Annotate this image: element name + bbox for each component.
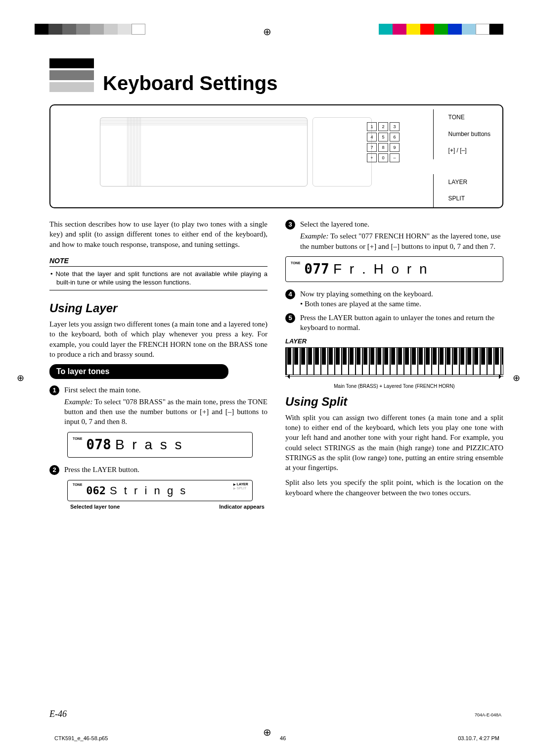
callout-tone: TONE	[433, 109, 490, 126]
footer-filename: CTK591_e_46-58.p65	[54, 735, 108, 741]
step-4: 4 Now try playing something on the keybo…	[285, 289, 503, 309]
figure-caption: Main Tone (BRASS) + Layered Tone (FRENCH…	[285, 383, 503, 390]
step1-text: First select the main tone.	[64, 386, 141, 394]
step4-text: Now try playing something on the keyboar…	[300, 290, 433, 298]
step3-text: Select the layered tone.	[300, 220, 369, 228]
step-number-icon: 2	[49, 465, 59, 475]
chapter-header: Keyboard Settings	[49, 52, 503, 94]
heading-using-layer: Using Layer	[49, 300, 267, 316]
step-number-icon: 3	[285, 220, 295, 230]
lcd-indicators: LAYER SPLIT	[233, 482, 248, 491]
lcd-tone-label: TONE	[291, 261, 300, 265]
lcd-display-strings: TONE 062 S t r i n g s LAYER SPLIT	[67, 480, 253, 502]
footer-timestamp: 03.10.7, 4:27 PM	[458, 735, 499, 741]
footer-meta: CTK591_e_46-58.p65 46 03.10.7, 4:27 PM	[54, 735, 499, 741]
step2-text: Press the LAYER button.	[64, 465, 267, 474]
step-3: 3 Select the layered tone. Example: To s…	[285, 219, 503, 251]
lcd-name: F r . H o r n	[333, 260, 429, 279]
figure-label-layer: LAYER	[285, 337, 503, 346]
lcd-number: 077	[304, 260, 329, 279]
callout-layer: LAYER	[433, 174, 490, 191]
registration-mark-right-icon: ⊕	[513, 373, 520, 383]
step-number-icon: 5	[285, 313, 295, 323]
keyboard-panel-diagram: 123456 789+0– TONE Number buttons [+] / …	[49, 104, 503, 208]
using-layer-body: Layer lets you assign two different tone…	[49, 319, 267, 359]
document-id: 704A-E-048A	[475, 712, 501, 717]
lcd-name: B r a s s	[115, 435, 184, 454]
diagram-keypad: 123456 789+0–	[367, 122, 400, 162]
caption-selected-layer: Selected layer tone	[70, 503, 120, 511]
using-split-body2: Split also lets you specify the split po…	[285, 477, 503, 498]
note-box: NOTE Note that the layer and split funct…	[49, 256, 267, 290]
step1-example-text: To select "078 BRASS" as the main tone, …	[64, 398, 267, 426]
lcd-number: 062	[86, 483, 106, 498]
footer-sheet: 46	[280, 735, 286, 741]
registration-mark-top-icon: ⊕	[263, 26, 271, 38]
diagram-callouts: TONE Number buttons [+] / [–] LAYER SPLI…	[438, 109, 490, 207]
step-number-icon: 1	[49, 385, 59, 395]
callout-number-buttons: Number buttons	[433, 126, 490, 143]
heading-using-split: Using Split	[285, 394, 503, 410]
note-body: Note that the layer and split functions …	[49, 267, 267, 290]
range-arrow-icon	[285, 376, 503, 381]
lcd-caption-row: Selected layer tone Indicator appears	[49, 503, 267, 511]
print-colorbar-left	[35, 24, 145, 35]
print-colorbar-right	[379, 24, 503, 35]
note-title: NOTE	[49, 256, 267, 267]
right-column: 3 Select the layered tone. Example: To s…	[285, 219, 503, 517]
keyboard-range-figure: LAYER Main Tone (BRASS) + Layered Tone (…	[285, 337, 503, 390]
indicator-layer: LAYER	[233, 482, 248, 486]
step5-text: Press the LAYER button again to unlayer …	[300, 313, 503, 333]
step1-example-label: Example:	[64, 398, 92, 406]
callout-split: SPLIT	[433, 190, 490, 207]
chapter-ornament-icon	[49, 52, 94, 94]
callout-plus-minus: [+] / [–]	[433, 142, 490, 159]
page-content: Keyboard Settings 123456 789+0– TONE Num…	[49, 52, 503, 721]
lcd-tone-label: TONE	[73, 482, 82, 487]
step3-example-text: To select "077 FRENCH HORN" as the layer…	[300, 232, 500, 250]
step4-sub: Both tones are played at the same time.	[305, 300, 421, 308]
subheading-to-layer: To layer tones	[49, 364, 228, 379]
step-1: 1 First select the main tone. Example: T…	[49, 385, 267, 427]
lcd-name: S t r i n g s	[110, 483, 187, 498]
lcd-display-frhorn: TONE 077 F r . H o r n	[285, 256, 503, 282]
step-2: 2 Press the LAYER button.	[49, 465, 267, 475]
page-title: Keyboard Settings	[103, 72, 277, 94]
keyboard-graphic-icon	[285, 347, 503, 375]
page-number: E-46	[49, 709, 67, 719]
lcd-display-brass: TONE 078 B r a s s	[67, 432, 253, 458]
using-split-body1: With split you can assign two different …	[285, 413, 503, 473]
indicator-split: SPLIT	[233, 486, 247, 490]
step-number-icon: 4	[285, 289, 295, 299]
caption-indicator: Indicator appears	[219, 503, 265, 511]
lcd-tone-label: TONE	[73, 436, 82, 441]
step3-example-label: Example:	[300, 232, 328, 240]
registration-mark-left-icon: ⊕	[17, 373, 24, 383]
lcd-number: 078	[86, 435, 111, 454]
intro-paragraph: This section describes how to use layer …	[49, 219, 267, 249]
left-column: This section describes how to use layer …	[49, 219, 267, 517]
step-5: 5 Press the LAYER button again to unlaye…	[285, 313, 503, 333]
